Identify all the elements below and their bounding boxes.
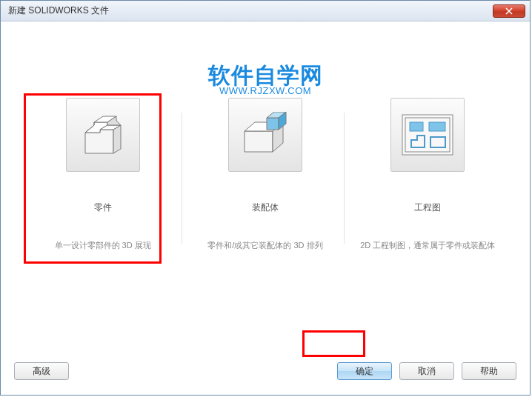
part-icon bbox=[66, 98, 140, 172]
advanced-button[interactable]: 高级 bbox=[14, 362, 69, 380]
watermark-sub: WWW.RJZXW.COM bbox=[208, 85, 323, 96]
dialog-title: 新建 SOLIDWORKS 文件 bbox=[8, 4, 493, 17]
template-options: 零件 单一设计零部件的 3D 展现 bbox=[14, 98, 516, 266]
option-assembly[interactable]: 装配体 零件和/或其它装配体的 3D 排列 bbox=[187, 98, 343, 266]
new-document-dialog: 新建 SOLIDWORKS 文件 软件自学网 WWW.RJZXW.COM bbox=[0, 0, 531, 396]
drawing-icon bbox=[390, 98, 465, 172]
option-assembly-title: 装配体 bbox=[252, 201, 279, 214]
dialog-content: 软件自学网 WWW.RJZXW.COM bbox=[1, 21, 530, 395]
svg-rect-0 bbox=[402, 115, 453, 155]
option-assembly-desc: 零件和/或其它装配体的 3D 排列 bbox=[207, 240, 322, 251]
titlebar: 新建 SOLIDWORKS 文件 bbox=[1, 1, 530, 21]
watermark-main: 软件自学网 bbox=[208, 64, 323, 87]
close-icon bbox=[505, 4, 513, 18]
assembly-icon bbox=[228, 98, 302, 172]
svg-rect-3 bbox=[429, 122, 445, 131]
option-drawing-title: 工程图 bbox=[414, 201, 441, 214]
option-drawing[interactable]: 工程图 2D 工程制图，通常属于零件或装配体 bbox=[350, 98, 505, 266]
watermark: 软件自学网 WWW.RJZXW.COM bbox=[208, 64, 323, 96]
cancel-button[interactable]: 取消 bbox=[399, 362, 454, 380]
help-button[interactable]: 帮助 bbox=[462, 362, 516, 380]
option-part[interactable]: 零件 单一设计零部件的 3D 展现 bbox=[25, 98, 181, 266]
button-bar: 高级 确定 取消 帮助 bbox=[14, 362, 516, 380]
close-button[interactable] bbox=[493, 4, 525, 18]
svg-rect-2 bbox=[410, 122, 423, 131]
ok-button[interactable]: 确定 bbox=[337, 362, 392, 380]
option-part-title: 零件 bbox=[94, 201, 112, 214]
option-drawing-desc: 2D 工程制图，通常属于零件或装配体 bbox=[360, 240, 495, 251]
option-part-desc: 单一设计零部件的 3D 展现 bbox=[55, 240, 151, 251]
